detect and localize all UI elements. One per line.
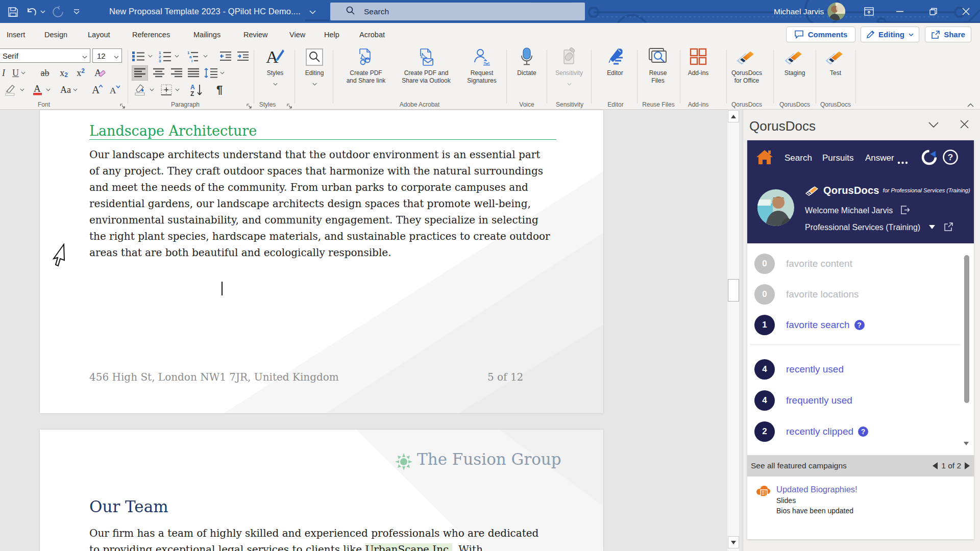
tab-design[interactable]: Design (43, 23, 68, 46)
increase-indent-button[interactable] (236, 49, 250, 63)
strikethrough-button[interactable]: ab (37, 66, 53, 80)
user-name[interactable]: Michael Jarvis (774, 0, 824, 23)
more-menu-icon[interactable] (897, 157, 909, 166)
undo-dropdown[interactable] (39, 4, 46, 19)
scroll-down-button[interactable] (728, 536, 739, 548)
superscript-button[interactable]: x2 (73, 66, 88, 80)
italic-button[interactable]: I (0, 66, 7, 80)
frequently-used-item[interactable]: 4 frequently used (754, 390, 852, 411)
add-ins-button[interactable]: Add-ins (684, 47, 713, 77)
panel-scroll-down[interactable] (964, 445, 969, 455)
sensitivity-button[interactable]: Sensitivity (551, 47, 587, 88)
close-button[interactable] (954, 0, 977, 23)
tab-layout[interactable]: Layout (87, 23, 111, 46)
panel-nav-pursuits[interactable]: Pursuits (822, 153, 853, 163)
campaign-title-link[interactable]: Updated Biographies! (776, 485, 857, 494)
document-page-2[interactable]: The Fusion Group Our Team Our firm has a… (40, 430, 603, 551)
panel-scroll-up[interactable] (964, 246, 969, 256)
favorite-content-item[interactable]: 0 favorite content (754, 254, 852, 274)
home-icon[interactable] (756, 148, 773, 168)
sort-button[interactable]: AZ (189, 83, 204, 96)
text-highlight-color-button[interactable] (4, 83, 28, 96)
ribbon-display-options-button[interactable] (857, 0, 880, 23)
minimize-button[interactable] (888, 0, 912, 23)
customize-quick-access-toolbar-button[interactable] (70, 4, 83, 19)
tab-mailings[interactable]: Mailings (192, 23, 222, 46)
pager-next-icon[interactable] (965, 462, 970, 469)
help-icon[interactable]: ? (942, 149, 959, 167)
help-badge-icon[interactable]: ? (854, 320, 865, 330)
line-spacing-button[interactable] (202, 65, 227, 81)
sign-out-icon[interactable] (900, 206, 910, 214)
panel-nav-answer[interactable]: Answer (865, 153, 894, 163)
share-button[interactable]: Share (925, 27, 971, 42)
editor-button[interactable]: Editor (598, 47, 632, 77)
editing-button[interactable]: Editing (299, 47, 330, 88)
document-title[interactable]: New Proposal Template 2023 - QPilot HC D… (109, 0, 316, 23)
paragraph-dialog-launcher[interactable] (246, 102, 252, 108)
justify-button[interactable] (186, 65, 201, 81)
panel-scrollbar[interactable] (963, 245, 970, 454)
org-selector[interactable]: Professional Services (Training) (805, 222, 953, 232)
clear-formatting-button[interactable]: A (92, 66, 107, 80)
redo-button[interactable] (50, 4, 65, 19)
comments-button[interactable]: Comments (786, 27, 855, 42)
search-box[interactable]: Search (330, 3, 585, 20)
featured-campaign-card[interactable]: Updated Biographies! Slides Bios have be… (747, 477, 974, 539)
create-pdf-share-outlook-button[interactable]: Create PDF and Share via Outlook (395, 47, 457, 85)
document-scrollbar[interactable] (727, 110, 739, 551)
refresh-logo-icon[interactable] (921, 149, 937, 167)
panel-collapse-button[interactable] (928, 121, 939, 130)
request-signatures-button[interactable]: Request Signatures (459, 47, 504, 85)
undo-button[interactable] (24, 4, 39, 19)
panel-scrollbar-thumb[interactable] (964, 255, 969, 403)
font-color-button[interactable]: A (32, 83, 55, 96)
favorite-search-item[interactable]: 1 favorite search ? (754, 315, 865, 335)
create-pdf-share-link-button[interactable]: Create PDF and Share link (339, 47, 393, 85)
tab-acrobat[interactable]: Acrobat (358, 23, 386, 46)
underline-button[interactable]: U (11, 66, 27, 80)
numbering-button[interactable]: 123 (158, 49, 181, 63)
grow-font-button[interactable]: A (90, 83, 104, 96)
qorusdocs-for-office-button[interactable]: QorusDocs for Office (727, 47, 767, 85)
qorusdocs-test-button[interactable]: Test (820, 47, 851, 77)
styles-button[interactable]: A Styles (258, 47, 292, 88)
featured-campaigns-bar[interactable]: See all featured campaigns 1 of 2 (747, 455, 974, 477)
help-badge-icon[interactable]: ? (858, 427, 868, 437)
recently-used-item[interactable]: 4 recently used (754, 359, 844, 380)
show-formatting-marks-button[interactable]: ¶ (212, 83, 227, 96)
see-all-campaigns-link[interactable]: See all featured campaigns (751, 461, 847, 470)
pager-previous-icon[interactable] (933, 462, 938, 469)
dictate-button[interactable]: Dictate (510, 47, 543, 77)
align-center-button[interactable] (151, 65, 166, 81)
shrink-font-button[interactable]: A (107, 83, 121, 96)
font-size-select[interactable]: 12 (92, 48, 122, 63)
subscript-button[interactable]: x2 (56, 66, 71, 80)
editing-mode-button[interactable]: Editing (861, 27, 919, 42)
panel-avatar[interactable] (757, 189, 794, 226)
font-dialog-launcher[interactable] (119, 102, 126, 108)
reuse-files-button[interactable]: Reuse Files (641, 47, 675, 85)
decrease-indent-button[interactable] (218, 49, 233, 63)
panel-nav-search[interactable]: Search (785, 153, 812, 163)
multilevel-list-button[interactable]: 1ai (187, 49, 209, 63)
tab-insert[interactable]: Insert (6, 23, 26, 46)
bullets-button[interactable] (132, 49, 154, 63)
styles-dialog-launcher[interactable] (286, 102, 292, 108)
titlebar-avatar[interactable] (827, 3, 845, 20)
favorite-locations-item[interactable]: 0 favorite locations (754, 284, 859, 305)
shading-button[interactable] (134, 83, 158, 96)
borders-button[interactable] (160, 83, 185, 96)
tab-help[interactable]: Help (323, 23, 340, 46)
tab-review[interactable]: Review (242, 23, 269, 46)
tab-view[interactable]: View (288, 23, 306, 46)
panel-close-button[interactable] (960, 120, 969, 131)
scroll-up-button[interactable] (728, 110, 739, 122)
qorusdocs-staging-button[interactable]: Staging (778, 47, 812, 77)
change-case-button[interactable]: Aa (60, 83, 81, 96)
align-left-button[interactable] (132, 65, 148, 81)
font-name-select[interactable]: Serif (0, 48, 90, 63)
scrollbar-thumb[interactable] (728, 279, 739, 302)
save-button[interactable] (6, 4, 19, 19)
external-link-icon[interactable] (944, 222, 953, 231)
